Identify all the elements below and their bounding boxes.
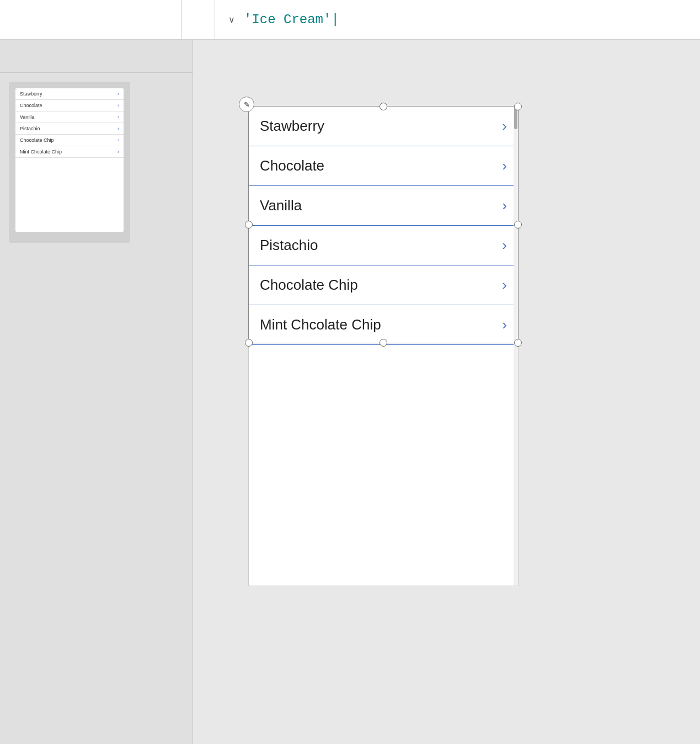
list-item[interactable]: Pistachio ›: [249, 226, 518, 265]
list-item-label: Chocolate: [260, 157, 324, 174]
thumb-list: Stawberry›Chocolate›Vanilla›Pistachio›Ch…: [15, 88, 124, 158]
list-item-label: Vanilla: [260, 197, 302, 214]
thumb-list-item: Pistachio›: [15, 123, 124, 135]
list-item-label: Stawberry: [260, 118, 324, 135]
thumb-list-item: Vanilla›: [15, 111, 124, 123]
screens-content: Stawberry›Chocolate›Vanilla›Pistachio›Ch…: [0, 73, 193, 252]
grid-view-icon[interactable]: [168, 49, 184, 64]
thumb-list-item: Stawberry›: [15, 88, 124, 100]
list-item-chevron-icon: ›: [502, 157, 507, 174]
list-item-chevron-icon: ›: [502, 237, 507, 254]
list-view-icon[interactable]: [146, 49, 162, 64]
formula-bar: ∨: [215, 0, 700, 40]
screens-header: [0, 40, 193, 73]
app-frame-wrapper: ✎ Stawberry › Chocolate › Vanilla › Pist…: [248, 106, 519, 586]
screen1-thumbnail[interactable]: Stawberry›Chocolate›Vanilla›Pistachio›Ch…: [9, 82, 130, 243]
left-panel: Stawberry›Chocolate›Vanilla›Pistachio›Ch…: [0, 40, 193, 744]
formula-input[interactable]: [244, 12, 691, 27]
scroll-thumb[interactable]: [514, 107, 517, 129]
property-dropdown[interactable]: [0, 0, 182, 40]
list-container: Stawberry › Chocolate › Vanilla › Pistac…: [249, 107, 518, 345]
thumb-list-item: Chocolate Chip›: [15, 135, 124, 146]
list-item-label: Chocolate Chip: [260, 277, 358, 294]
list-item[interactable]: Mint Chcolate Chip ›: [249, 305, 518, 345]
list-item[interactable]: Vanilla ›: [249, 186, 518, 226]
list-item-label: Mint Chcolate Chip: [260, 316, 381, 333]
list-item[interactable]: Chocolate ›: [249, 146, 518, 186]
canvas-area: ✎ Stawberry › Chocolate › Vanilla › Pist…: [193, 40, 700, 744]
list-item-chevron-icon: ›: [502, 316, 507, 333]
list-item[interactable]: Stawberry ›: [249, 107, 518, 146]
list-item-label: Pistachio: [260, 237, 318, 254]
app-canvas: Stawberry › Chocolate › Vanilla › Pistac…: [248, 106, 519, 586]
screen-thumb-inner: Stawberry›Chocolate›Vanilla›Pistachio›Ch…: [15, 88, 124, 232]
list-item-chevron-icon: ›: [502, 118, 507, 135]
scroll-indicator: [514, 107, 518, 586]
equals-sign: [182, 0, 215, 40]
list-item-chevron-icon: ›: [502, 197, 507, 214]
thumb-list-item: Mint Chcolate Chip›: [15, 146, 124, 158]
screens-view-icons: [146, 49, 184, 64]
toolbar: ∨: [0, 0, 700, 40]
list-item-chevron-icon: ›: [502, 277, 507, 294]
formula-chevron-icon: ∨: [228, 14, 235, 25]
list-item[interactable]: Chocolate Chip ›: [249, 265, 518, 305]
thumb-list-item: Chocolate›: [15, 100, 124, 111]
